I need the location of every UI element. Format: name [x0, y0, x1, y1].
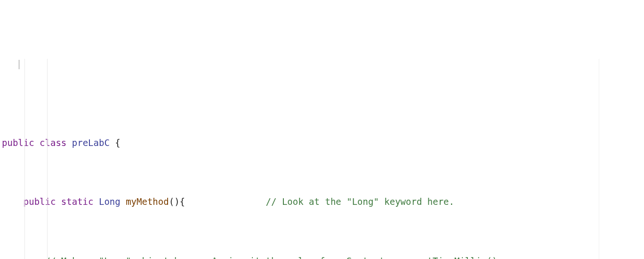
indent-guide — [24, 59, 25, 259]
code-editor[interactable]: public class preLabC { public static Lon… — [0, 59, 644, 259]
code-line[interactable]: // Make a "Long" object here. Assign it … — [2, 254, 644, 259]
keyword-static: static — [61, 196, 94, 207]
indent-guide — [47, 59, 48, 259]
spacer — [185, 196, 266, 207]
method-name: myMethod — [126, 196, 169, 207]
comment: // Make a "Long" object here. Assign it … — [45, 256, 503, 259]
type-long: Long — [99, 196, 121, 207]
class-name: preLabC — [72, 138, 110, 148]
keyword-class: class — [40, 138, 66, 148]
indent — [2, 256, 45, 259]
text-cursor — [19, 60, 19, 69]
margin-guide — [599, 59, 599, 259]
indent — [2, 196, 24, 207]
code-line-blank[interactable] — [2, 165, 644, 180]
code-line[interactable]: public class preLabC { — [2, 136, 644, 150]
code-line[interactable]: public static Long myMethod(){ // Look a… — [2, 194, 644, 209]
keyword-public: public — [2, 138, 34, 148]
comment: // Look at the "Long" keyword here. — [266, 196, 454, 207]
brace: { — [110, 138, 121, 148]
code-line-blank[interactable] — [2, 224, 644, 239]
keyword-public: public — [24, 196, 56, 207]
parens: (){ — [169, 196, 185, 207]
